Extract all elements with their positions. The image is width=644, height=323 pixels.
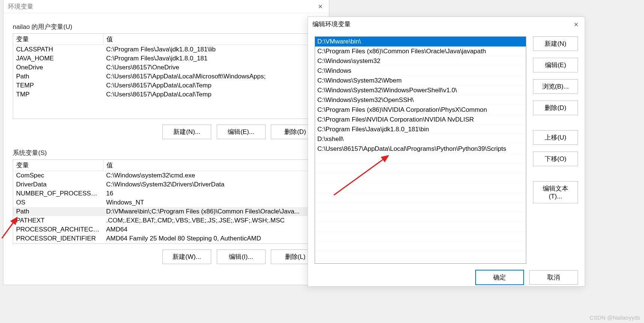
var-name: Path [13,207,103,216]
path-entry[interactable]: C:\Users\86157\AppData\Local\Programs\Py… [315,144,526,154]
table-row[interactable]: OSWindows_NT [13,198,319,207]
table-row[interactable]: PROCESSOR_ARCHITECTUREAMD64 [13,225,319,234]
table-row[interactable]: TMPC:\Users\86157\AppData\Local\Temp [13,90,319,99]
var-value: C:\Users\86157\OneDrive [103,63,319,72]
sys-button-row: 新建(W)... 编辑(I)... 删除(L) [3,244,329,264]
path-entry[interactable]: C:\Windows\System32\Wbem [315,76,526,86]
var-value: C:\Program Files\Java\jdk1.8.0_181\lib [103,45,319,54]
path-entry[interactable]: D:\xshell\ [315,134,526,144]
table-row[interactable]: PathC:\Users\86157\AppData\Local\Microso… [13,72,319,81]
path-entry[interactable]: C:\Program Files (x86)\NVIDIA Corporatio… [315,105,526,115]
var-value: AMD64 Family 25 Model 80 Stepping 0, Aut… [103,234,319,243]
var-value: C:\Users\86157\AppData\Local\Temp [103,81,319,90]
edit-sys-var-button[interactable]: 编辑(I)... [217,249,266,264]
path-entry[interactable]: C:\Windows\System32\OpenSSH\ [315,95,526,105]
var-value: C:\Users\86157\AppData\Local\Temp [103,90,319,99]
var-value: .COM;.EXE;.BAT;.CMD;.VBS;.VBE;.JS;.JSE;.… [103,216,319,225]
edit-entry-button[interactable]: 编辑(E) [533,58,578,72]
path-entry[interactable]: C:\Program Files (x86)\Common Files\Orac… [315,47,526,56]
var-name: ComSpec [13,171,103,180]
sys-vars-label: 系统变量(S) [13,149,329,157]
table-row[interactable]: DriverDataC:\Windows\System32\Drivers\Dr… [13,180,319,189]
table-row[interactable]: NUMBER_OF_PROCESSORS16 [13,189,319,198]
sys-vars-table[interactable]: 变量 值 ComSpecC:\Windows\system32\cmd.exeD… [13,160,319,243]
col-header-name[interactable]: 变量 [13,160,103,171]
sys-vars-table-wrap: 变量 值 ComSpecC:\Windows\system32\cmd.exeD… [13,159,320,244]
close-icon[interactable]: × [315,0,326,13]
var-value: C:\Windows\system32\cmd.exe [103,171,319,180]
var-value: AMD64 [103,225,319,234]
user-vars-label: nailao 的用户变量(U) [13,23,329,31]
var-value: C:\Windows\System32\Drivers\DriverData [103,180,319,189]
var-value: C:\Program Files\Java\jdk1.8.0_181 [103,54,319,63]
path-entry[interactable]: C:\Windows [315,66,526,76]
env-window-titlebar: 环境变量 × [3,0,329,13]
table-row[interactable]: PathD:\VMware\bin\;C:\Program Files (x86… [13,207,319,216]
col-header-name[interactable]: 变量 [13,34,103,45]
table-row[interactable]: JAVA_HOMEC:\Program Files\Java\jdk1.8.0_… [13,54,319,63]
edit-window-title: 编辑环境变量 [312,21,351,28]
user-vars-table-wrap: 变量 值 CLASSPATHC:\Program Files\Java\jdk1… [13,33,320,119]
ok-button[interactable]: 确定 [475,270,524,285]
var-name: DriverData [13,180,103,189]
var-name: OneDrive [13,63,103,72]
user-button-row: 新建(N)... 编辑(E)... 删除(D) [3,119,329,139]
delete-entry-button[interactable]: 删除(D) [533,101,578,115]
var-name: PATHEXT [13,216,103,225]
move-up-button[interactable]: 上移(U) [533,130,578,145]
edit-env-var-window: 编辑环境变量 × D:\VMware\bin\C:\Program Files … [308,17,585,287]
var-name: CLASSPATH [13,45,103,54]
move-down-button[interactable]: 下移(O) [533,152,578,166]
col-header-value[interactable]: 值 [103,34,319,45]
var-value: C:\Users\86157\AppData\Local\Microsoft\W… [103,72,319,81]
table-row[interactable]: PATHEXT.COM;.EXE;.BAT;.CMD;.VBS;.VBE;.JS… [13,216,319,225]
edit-user-var-button[interactable]: 编辑(E)... [217,125,266,139]
var-value: Windows_NT [103,198,319,207]
path-entry[interactable]: C:\Program Files\NVIDIA Corporation\NVID… [315,115,526,125]
browse-button[interactable]: 浏览(B)... [533,79,578,94]
new-sys-var-button[interactable]: 新建(W)... [162,249,211,264]
var-name: PROCESSOR_ARCHITECTURE [13,225,103,234]
var-value: 16 [103,189,319,198]
watermark-text: CSDN @Nailaoyyds [590,314,640,321]
edit-window-titlebar: 编辑环境变量 × [308,17,585,32]
env-window-title: 环境变量 [8,3,33,10]
close-icon[interactable]: × [570,17,582,32]
var-name: TMP [13,90,103,99]
var-name: NUMBER_OF_PROCESSORS [13,189,103,198]
path-entry[interactable]: C:\Windows\system32 [315,56,526,66]
side-button-column: 新建(N) 编辑(E) 浏览(B)... 删除(D) 上移(U) 下移(O) 编… [533,36,578,264]
var-value: D:\VMware\bin\;C:\Program Files (x86)\Co… [103,207,319,216]
path-entry[interactable]: D:\VMware\bin\ [315,37,526,47]
var-name: TEMP [13,81,103,90]
table-row[interactable]: ComSpecC:\Windows\system32\cmd.exe [13,171,319,180]
table-row[interactable]: TEMPC:\Users\86157\AppData\Local\Temp [13,81,319,90]
user-vars-table[interactable]: 变量 值 CLASSPATHC:\Program Files\Java\jdk1… [13,34,319,99]
var-name: OS [13,198,103,207]
cancel-button[interactable]: 取消 [529,270,578,285]
table-row[interactable]: CLASSPATHC:\Program Files\Java\jdk1.8.0_… [13,45,319,54]
new-entry-button[interactable]: 新建(N) [533,36,578,51]
dialog-bottom-buttons: 确定 取消 [308,267,585,285]
new-user-var-button[interactable]: 新建(N)... [162,125,211,139]
path-entries-list[interactable]: D:\VMware\bin\C:\Program Files (x86)\Com… [315,36,526,264]
edit-text-button[interactable]: 编辑文本(T)... [533,181,578,203]
path-entry[interactable]: C:\Program Files\Java\jdk1.8.0_181\bin [315,125,526,134]
col-header-value[interactable]: 值 [103,160,319,171]
var-name: Path [13,72,103,81]
path-entry[interactable]: C:\Windows\System32\WindowsPowerShell\v1… [315,86,526,95]
var-name: JAVA_HOME [13,54,103,63]
table-row[interactable]: OneDriveC:\Users\86157\OneDrive [13,63,319,72]
table-row[interactable]: PROCESSOR_IDENTIFIERAMD64 Family 25 Mode… [13,234,319,243]
env-variables-window: 环境变量 × nailao 的用户变量(U) 变量 值 CLASSPATHC:\… [3,0,329,285]
var-name: PROCESSOR_IDENTIFIER [13,234,103,243]
